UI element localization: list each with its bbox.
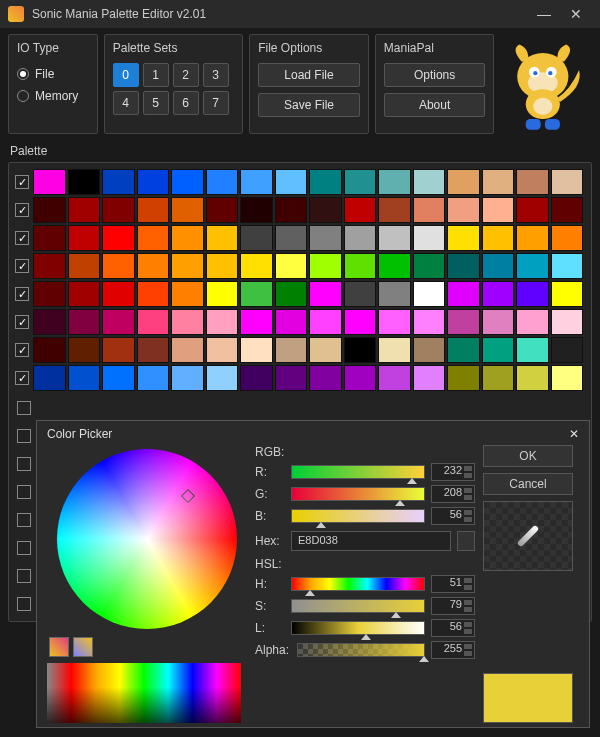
color-swatch[interactable] — [137, 309, 170, 335]
color-swatch[interactable] — [309, 337, 342, 363]
color-swatch[interactable] — [33, 225, 66, 251]
color-swatch[interactable] — [413, 281, 446, 307]
cancel-button[interactable]: Cancel — [483, 473, 573, 495]
color-swatch[interactable] — [413, 225, 446, 251]
color-swatch[interactable] — [309, 225, 342, 251]
color-swatch[interactable] — [482, 281, 515, 307]
row-checkbox[interactable] — [15, 231, 29, 245]
color-swatch[interactable] — [551, 309, 584, 335]
row-checkbox[interactable] — [15, 175, 29, 189]
color-swatch[interactable] — [33, 169, 66, 195]
palette-set-2[interactable]: 2 — [173, 63, 199, 87]
color-swatch[interactable] — [447, 197, 480, 223]
color-swatch[interactable] — [240, 169, 273, 195]
l-input[interactable]: 56 — [431, 619, 475, 637]
color-swatch[interactable] — [551, 253, 584, 279]
g-slider[interactable] — [291, 487, 425, 501]
color-swatch[interactable] — [551, 337, 584, 363]
color-swatch[interactable] — [33, 365, 66, 391]
color-swatch[interactable] — [378, 169, 411, 195]
color-swatch[interactable] — [447, 169, 480, 195]
row-checkbox[interactable] — [17, 429, 31, 443]
color-swatch[interactable] — [482, 225, 515, 251]
alpha-slider[interactable] — [297, 643, 425, 657]
color-spectrum[interactable] — [47, 663, 241, 723]
s-slider[interactable] — [291, 599, 425, 613]
palette-set-6[interactable]: 6 — [173, 91, 199, 115]
color-swatch[interactable] — [516, 225, 549, 251]
palette-tool-1[interactable] — [49, 637, 69, 657]
minimize-button[interactable]: — — [528, 6, 560, 22]
row-checkbox[interactable] — [17, 457, 31, 471]
color-swatch[interactable] — [516, 169, 549, 195]
color-swatch[interactable] — [309, 281, 342, 307]
color-swatch[interactable] — [482, 169, 515, 195]
color-swatch[interactable] — [413, 253, 446, 279]
color-swatch[interactable] — [275, 309, 308, 335]
color-swatch[interactable] — [447, 337, 480, 363]
color-swatch[interactable] — [68, 253, 101, 279]
row-checkbox[interactable] — [17, 513, 31, 527]
r-input[interactable]: 232 — [431, 463, 475, 481]
color-swatch[interactable] — [516, 253, 549, 279]
color-swatch[interactable] — [344, 309, 377, 335]
palette-set-4[interactable]: 4 — [113, 91, 139, 115]
b-input[interactable]: 56 — [431, 507, 475, 525]
color-swatch[interactable] — [33, 309, 66, 335]
color-swatch[interactable] — [275, 225, 308, 251]
row-checkbox[interactable] — [15, 371, 29, 385]
color-swatch[interactable] — [68, 169, 101, 195]
color-swatch[interactable] — [413, 197, 446, 223]
color-swatch[interactable] — [482, 253, 515, 279]
row-checkbox[interactable] — [15, 315, 29, 329]
color-swatch[interactable] — [447, 365, 480, 391]
row-checkbox[interactable] — [15, 259, 29, 273]
color-swatch[interactable] — [516, 337, 549, 363]
color-swatch[interactable] — [344, 253, 377, 279]
color-swatch[interactable] — [206, 337, 239, 363]
color-swatch[interactable] — [137, 169, 170, 195]
color-swatch[interactable] — [482, 337, 515, 363]
color-swatch[interactable] — [68, 225, 101, 251]
b-slider[interactable] — [291, 509, 425, 523]
color-swatch[interactable] — [551, 281, 584, 307]
hex-input[interactable]: E8D038 — [291, 531, 451, 551]
color-swatch[interactable] — [240, 225, 273, 251]
color-swatch[interactable] — [102, 253, 135, 279]
color-swatch[interactable] — [206, 281, 239, 307]
color-swatch[interactable] — [516, 365, 549, 391]
color-swatch[interactable] — [102, 169, 135, 195]
r-slider[interactable] — [291, 465, 425, 479]
color-swatch[interactable] — [33, 281, 66, 307]
g-input[interactable]: 208 — [431, 485, 475, 503]
color-swatch[interactable] — [275, 365, 308, 391]
palette-set-7[interactable]: 7 — [203, 91, 229, 115]
color-swatch[interactable] — [551, 169, 584, 195]
color-swatch[interactable] — [102, 225, 135, 251]
l-slider[interactable] — [291, 621, 425, 635]
color-swatch[interactable] — [206, 225, 239, 251]
color-swatch[interactable] — [68, 365, 101, 391]
row-checkbox[interactable] — [17, 597, 31, 611]
palette-set-3[interactable]: 3 — [203, 63, 229, 87]
color-swatch[interactable] — [171, 169, 204, 195]
color-swatch[interactable] — [378, 281, 411, 307]
color-swatch[interactable] — [137, 197, 170, 223]
color-swatch[interactable] — [102, 309, 135, 335]
color-swatch[interactable] — [551, 197, 584, 223]
color-swatch[interactable] — [171, 225, 204, 251]
color-swatch[interactable] — [516, 197, 549, 223]
color-swatch[interactable] — [171, 197, 204, 223]
row-checkbox[interactable] — [17, 541, 31, 555]
color-swatch[interactable] — [206, 253, 239, 279]
color-swatch[interactable] — [102, 197, 135, 223]
color-swatch[interactable] — [309, 253, 342, 279]
color-swatch[interactable] — [68, 197, 101, 223]
palette-set-5[interactable]: 5 — [143, 91, 169, 115]
color-swatch[interactable] — [137, 337, 170, 363]
color-swatch[interactable] — [102, 337, 135, 363]
color-swatch[interactable] — [447, 253, 480, 279]
color-swatch[interactable] — [102, 281, 135, 307]
color-swatch[interactable] — [516, 309, 549, 335]
color-swatch[interactable] — [33, 337, 66, 363]
